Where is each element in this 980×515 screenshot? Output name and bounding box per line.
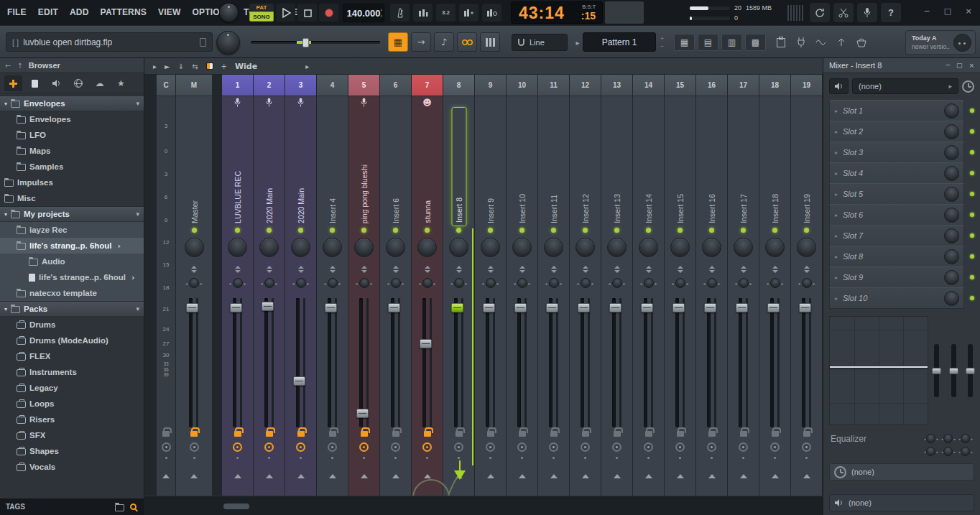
stereo-knob[interactable] [328, 278, 338, 288]
channel-mute-led[interactable] [425, 228, 430, 233]
channel-name-box[interactable]: Insert 16 [704, 107, 719, 226]
record-arm-icon[interactable] [549, 442, 558, 452]
oscilloscope-display[interactable] [605, 1, 644, 24]
track-lock-icon[interactable] [424, 431, 431, 437]
track-lock-icon[interactable] [772, 431, 779, 437]
stereo-knob[interactable] [644, 278, 654, 288]
record-arm-icon[interactable] [233, 442, 242, 452]
record-arm-icon[interactable] [707, 442, 716, 452]
fader-handle[interactable] [325, 303, 337, 312]
channel-name-box[interactable]: Insert 19 [799, 107, 814, 226]
fader-handle[interactable] [546, 303, 558, 312]
channel-name-box[interactable]: Insert 13 [609, 107, 624, 226]
mixer-channel-2[interactable]: 2 2020 Main ◂▸ [254, 75, 285, 496]
channel-number[interactable]: 5 [348, 75, 379, 96]
record-arm-icon[interactable] [190, 442, 199, 452]
pan-knob[interactable] [417, 238, 437, 257]
channel-name-box[interactable]: Insert 11 [546, 107, 561, 226]
close-icon[interactable]: × [963, 6, 974, 16]
expand-arrow-icon[interactable]: ▾ [4, 306, 7, 312]
stereo-knob[interactable] [675, 278, 685, 288]
song-mode-button[interactable]: SONG [249, 11, 274, 22]
stereo-knob[interactable] [549, 278, 559, 288]
track-lock-icon[interactable] [162, 431, 170, 437]
browser-item-instruments[interactable]: Instruments [0, 364, 144, 380]
mixer-import-icon[interactable]: ⇓ [178, 62, 184, 70]
track-lock-icon[interactable] [329, 431, 336, 437]
slider-handle[interactable] [302, 38, 309, 47]
expand-arrow-icon[interactable]: ▾ [4, 101, 7, 107]
fx-slot-7[interactable]: ▸Slot 7 [829, 225, 964, 246]
channel-number[interactable]: 4 [317, 75, 348, 96]
browser-section-envelopes[interactable]: ▾Envelopes▾ [0, 96, 144, 111]
pan-knob[interactable] [702, 238, 721, 257]
eq-low-slider[interactable] [934, 344, 939, 397]
fx-slot-3[interactable]: ▸Slot 3 [829, 141, 964, 163]
volume-fader[interactable] [791, 298, 822, 427]
channel-mute-led[interactable] [393, 228, 398, 233]
stereo-sep-control[interactable] [678, 266, 683, 273]
stereo-sep-control[interactable] [330, 266, 336, 273]
channel-mute-led[interactable] [678, 228, 683, 233]
record-arm-icon[interactable] [328, 442, 337, 452]
slot-mix-knob[interactable] [944, 208, 959, 223]
channel-number[interactable]: 19 [791, 75, 822, 96]
track-lock-icon[interactable] [708, 431, 716, 437]
channel-number[interactable]: 3 [285, 75, 316, 96]
track-lock-icon[interactable] [803, 431, 810, 437]
fader-handle[interactable] [451, 303, 463, 312]
record-arm-icon[interactable] [391, 442, 400, 452]
browser-item-misc[interactable]: Misc [0, 190, 144, 206]
stereo-knob[interactable] [296, 278, 306, 288]
slot-mix-knob[interactable] [944, 103, 959, 119]
volume-fader[interactable] [412, 298, 443, 427]
pan-knob[interactable] [607, 238, 627, 257]
browser-item-iayze-rec[interactable]: iayze Rec [0, 222, 144, 238]
stereo-knob[interactable] [189, 278, 199, 288]
channel-number[interactable]: 1 [222, 75, 253, 96]
link-controllers-button[interactable] [457, 32, 477, 52]
volume-fader[interactable] [317, 298, 348, 427]
multilink-arrow-button[interactable]: → [411, 32, 431, 52]
track-lock-icon[interactable] [550, 431, 558, 437]
project-title-field[interactable]: [ ] luvblue open dirtbag.flp [6, 32, 213, 52]
mixer-channel-12[interactable]: 12 Insert 12 ◂▸ [570, 75, 601, 496]
browser-tab-files[interactable] [26, 75, 44, 91]
record-arm-icon[interactable] [486, 442, 495, 452]
shop-button[interactable] [854, 35, 869, 50]
browser-item-impulses[interactable]: Impulses [0, 175, 144, 190]
channel-name-box[interactable]: Insert 4 [325, 107, 340, 226]
slot-mix-knob[interactable] [944, 270, 959, 285]
pan-knob[interactable] [185, 238, 204, 257]
slot-enable-led[interactable] [970, 296, 974, 300]
tempo-spinner[interactable]: ▴▾ [380, 6, 382, 19]
record-arm-icon[interactable] [739, 442, 748, 452]
channel-number[interactable]: 7 [412, 75, 443, 96]
mixer-menu-arrow-icon[interactable]: ▸ [153, 62, 157, 70]
collapse-arrow-icon[interactable] [708, 474, 716, 478]
slot-enable-led[interactable] [970, 150, 974, 154]
collapse-arrow-icon[interactable] [392, 474, 399, 478]
collapse-arrow-icon[interactable] [772, 474, 779, 478]
volume-fader[interactable] [176, 298, 212, 427]
eq-mid-slider[interactable] [951, 344, 956, 397]
audio-output-row[interactable]: (none) [829, 494, 974, 511]
eq-high-width-knob[interactable] [961, 447, 970, 456]
track-lock-icon[interactable] [740, 431, 747, 437]
time-send-row[interactable]: (none) [829, 463, 974, 481]
stereo-sep-control[interactable] [267, 266, 272, 273]
collapse-arrow-icon[interactable] [456, 474, 463, 478]
browser-section-my-projects[interactable]: ▾My projects▾ [0, 206, 144, 222]
snap-selector[interactable]: Line [512, 34, 568, 51]
channel-number[interactable]: 10 [507, 75, 537, 96]
eq-graph[interactable] [829, 316, 928, 425]
fx-slot-4[interactable]: ▸Slot 4 [829, 162, 964, 184]
pan-knob[interactable] [765, 238, 785, 257]
news-badge-icon[interactable] [953, 34, 971, 52]
stereo-knob[interactable] [264, 278, 274, 288]
slot-mix-knob[interactable] [944, 228, 959, 243]
mixer-route-icon[interactable]: ► [165, 62, 170, 70]
eq-high-freq-knob[interactable] [961, 434, 970, 443]
menu-patterns[interactable]: PATTERNS [95, 0, 153, 25]
volume-fader[interactable] [380, 298, 411, 427]
